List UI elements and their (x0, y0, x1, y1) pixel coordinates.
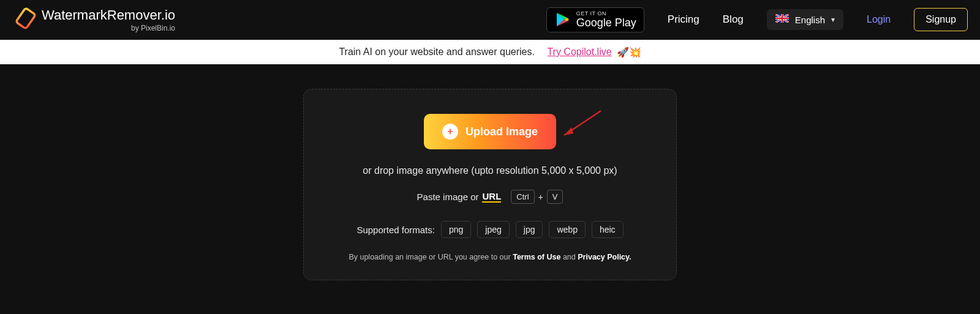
svg-rect-0 (16, 8, 36, 29)
url-link[interactable]: URL (482, 191, 501, 203)
uk-flag-icon (775, 14, 789, 25)
main: + Upload Image or drop image anywhere (u… (0, 64, 980, 280)
format-chip: heic (592, 221, 624, 238)
kbd-plus: + (538, 192, 543, 202)
format-chip: png (441, 221, 471, 238)
promo-link[interactable]: Try Copilot.live (547, 47, 611, 58)
paste-row: Paste image or URL Ctrl + V (322, 190, 658, 204)
signup-button[interactable]: Signup (914, 8, 968, 31)
header: WatermarkRemover.io by PixelBin.io GET I… (0, 0, 980, 40)
upload-label: Upload Image (466, 125, 538, 138)
disclaimer-mid: and (560, 253, 578, 261)
logo-title: WatermarkRemover.io (42, 7, 175, 23)
annotation-arrow-icon (558, 108, 607, 147)
kbd-ctrl: Ctrl (511, 190, 534, 204)
terms-link[interactable]: Terms of Use (513, 253, 560, 261)
logo-subtitle: by PixelBin.io (42, 24, 175, 32)
upload-image-button[interactable]: + Upload Image (424, 114, 556, 149)
disclaimer-prefix: By uploading an image or URL you agree t… (349, 253, 513, 261)
eraser-icon (12, 7, 37, 32)
svg-rect-6 (775, 18, 789, 19)
chevron-down-icon: ▾ (831, 15, 835, 24)
disclaimer: By uploading an image or URL you agree t… (322, 253, 658, 261)
promo-bar: Train AI on your website and answer quer… (0, 40, 980, 64)
promo-text: Train AI on your website and answer quer… (339, 47, 535, 58)
promo-emojis: 🚀💥 (617, 47, 641, 58)
format-chip: jpg (516, 221, 543, 238)
language-selector[interactable]: English ▾ (767, 9, 843, 30)
nav-blog[interactable]: Blog (723, 13, 744, 26)
kbd-v: V (547, 190, 564, 204)
plus-icon: + (442, 124, 458, 140)
google-play-big: Google Play (576, 17, 636, 29)
upload-panel: + Upload Image or drop image anywhere (u… (303, 89, 677, 280)
format-chip: jpeg (477, 221, 509, 238)
formats-row: Supported formats: png jpeg jpg webp hei… (322, 221, 658, 238)
google-play-button[interactable]: GET IT ON Google Play (546, 7, 644, 32)
format-chip: webp (549, 221, 585, 238)
svg-marker-8 (564, 127, 573, 135)
formats-label: Supported formats: (356, 225, 435, 235)
logo[interactable]: WatermarkRemover.io by PixelBin.io (12, 7, 175, 32)
google-play-icon (554, 11, 571, 28)
nav-pricing[interactable]: Pricing (668, 13, 699, 26)
language-label: English (795, 15, 825, 25)
svg-line-7 (564, 111, 601, 135)
drop-hint: or drop image anywhere (upto resolution … (322, 165, 658, 176)
privacy-link[interactable]: Privacy Policy. (578, 253, 631, 261)
paste-prefix: Paste image or (417, 192, 479, 202)
nav: GET IT ON Google Play Pricing Blog Engli… (546, 7, 968, 32)
login-link[interactable]: Login (867, 14, 891, 25)
